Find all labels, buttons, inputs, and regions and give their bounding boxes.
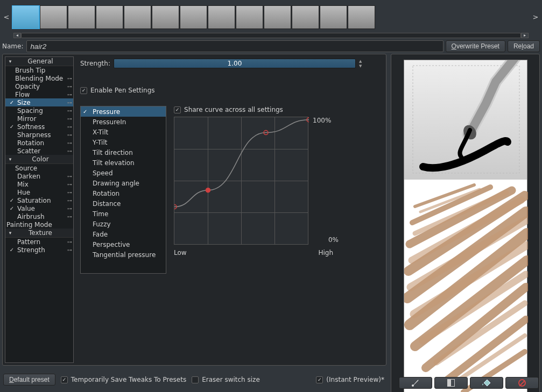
settings-panel: ▾GeneralBrush TipBlending Mode⊶Opacity⊶F… xyxy=(2,54,386,366)
brush-mode-icon-button[interactable] xyxy=(399,377,432,389)
tree-item[interactable]: Mix⊶ xyxy=(5,180,73,188)
brush-tip-preview xyxy=(404,60,528,181)
temp-save-label: Temporarily Save Tweaks To Presets xyxy=(71,376,186,383)
preset-thumb[interactable] xyxy=(68,5,95,29)
instant-preview-checkbox[interactable] xyxy=(316,376,323,383)
preset-thumb[interactable] xyxy=(264,5,291,29)
curve-editor[interactable] xyxy=(174,117,308,245)
tree-item[interactable]: Spacing⊶ xyxy=(5,106,73,115)
sensor-item[interactable]: Distance xyxy=(81,198,166,209)
bucket-icon-button[interactable] xyxy=(470,377,503,389)
preset-thumb[interactable] xyxy=(292,5,319,29)
curve-x-max: High xyxy=(318,249,333,256)
preset-scroll-left[interactable]: ◂ xyxy=(13,33,21,38)
name-label: Name: xyxy=(2,42,23,50)
sensor-item[interactable]: Fade xyxy=(81,229,166,239)
sensor-item[interactable]: PressureIn xyxy=(81,117,166,127)
fill-mode-icon-button[interactable] xyxy=(434,377,468,389)
tree-item[interactable]: Size⊶ xyxy=(5,98,73,106)
curve-y-min: 0% xyxy=(313,236,339,244)
clear-icon-button[interactable] xyxy=(505,377,539,389)
enable-pen-checkbox[interactable] xyxy=(80,87,87,94)
sensor-list: PressurePressureInX-TiltY-TiltTilt direc… xyxy=(80,106,166,274)
curve-y-max: 100% xyxy=(313,117,339,124)
tree-item[interactable]: Airbrush⊶ xyxy=(5,212,73,220)
preset-thumb[interactable] xyxy=(348,5,375,29)
preset-scrollbar[interactable] xyxy=(21,33,521,38)
sensor-item[interactable]: Tilt elevation xyxy=(81,158,166,168)
settings-tree: ▾GeneralBrush TipBlending Mode⊶Opacity⊶F… xyxy=(5,56,74,363)
tree-item[interactable]: Source xyxy=(5,164,73,172)
no-entry-icon xyxy=(518,379,526,387)
tree-section-header[interactable]: ▾General xyxy=(5,57,73,66)
sensor-item[interactable]: Fuzzy xyxy=(81,219,166,229)
sensor-item[interactable]: X-Tilt xyxy=(81,127,166,137)
tree-item[interactable]: Rotation⊶ xyxy=(5,139,73,147)
preset-prev[interactable]: < xyxy=(3,13,10,21)
preset-thumb[interactable] xyxy=(236,5,263,29)
tree-item[interactable]: Mirror⊶ xyxy=(5,115,73,123)
eraser-switch-checkbox[interactable] xyxy=(192,376,199,383)
preset-thumbs xyxy=(12,5,530,29)
sensor-item[interactable]: Speed xyxy=(81,168,166,178)
preset-thumb[interactable] xyxy=(96,5,123,29)
reload-button[interactable]: Reload xyxy=(508,40,540,52)
tree-section-header[interactable]: ▾Color xyxy=(5,155,73,164)
preset-thumb[interactable] xyxy=(12,5,39,29)
brush-preview xyxy=(391,54,540,392)
curve-x-min: Low xyxy=(174,249,187,256)
preset-next[interactable]: > xyxy=(532,13,539,21)
sensor-item[interactable]: Perspective xyxy=(81,239,166,250)
sensor-item[interactable]: Tangential pressure xyxy=(81,250,166,260)
strength-spinner[interactable]: ▲▼ xyxy=(359,59,362,68)
enable-pen-label: Enable Pen Settings xyxy=(90,87,155,94)
half-fill-icon xyxy=(447,379,455,387)
tree-item[interactable]: Scatter⊶ xyxy=(5,147,73,155)
share-curve-label: Share curve across all settings xyxy=(184,106,283,113)
tree-item[interactable]: Pattern⊶ xyxy=(5,238,73,246)
sensor-item[interactable]: Tilt direction xyxy=(81,147,166,158)
default-preset-button[interactable]: Default preset xyxy=(3,374,55,386)
tree-item[interactable]: Softness⊶ xyxy=(5,123,73,131)
tree-item[interactable]: Flow⊶ xyxy=(5,90,73,98)
tree-section-header[interactable]: ▾Texture xyxy=(5,229,73,238)
strength-label: Strength: xyxy=(80,60,110,67)
brush-stroke-preview xyxy=(404,180,528,392)
eraser-switch-label: Eraser switch size xyxy=(202,376,260,383)
sensor-item[interactable]: Y-Tilt xyxy=(81,137,166,147)
preset-thumb[interactable] xyxy=(180,5,207,29)
preset-scroll-right[interactable]: ▸ xyxy=(521,33,529,38)
share-curve-checkbox[interactable] xyxy=(174,106,181,113)
overwrite-button[interactable]: Overwrite Preset xyxy=(446,40,505,52)
temp-save-checkbox[interactable] xyxy=(61,376,68,383)
preset-thumb[interactable] xyxy=(208,5,235,29)
preset-thumb[interactable] xyxy=(124,5,151,29)
strength-slider[interactable]: 1.00 xyxy=(114,59,356,68)
sensor-item[interactable]: Time xyxy=(81,209,166,219)
tree-item[interactable]: Opacity⊶ xyxy=(5,82,73,90)
svg-point-1 xyxy=(206,188,210,193)
instant-preview-label: (Instant Preview)* xyxy=(326,376,384,383)
preset-thumb[interactable] xyxy=(320,5,347,29)
tree-item[interactable]: Value⊶ xyxy=(5,204,73,212)
sensor-item[interactable]: Rotation xyxy=(81,188,166,198)
tree-item[interactable]: Saturation⊶ xyxy=(5,196,73,204)
tree-item[interactable]: Darken⊶ xyxy=(5,172,73,180)
preset-name-input[interactable] xyxy=(26,40,443,52)
tree-item[interactable]: Strength⊶ xyxy=(5,246,73,254)
sensor-item[interactable]: Pressure xyxy=(81,106,166,117)
preset-thumb[interactable] xyxy=(40,5,67,29)
tree-item[interactable]: Hue⊶ xyxy=(5,188,73,196)
tree-item[interactable]: Sharpness⊶ xyxy=(5,131,73,139)
sensor-item[interactable]: Drawing angle xyxy=(81,178,166,188)
svg-point-6 xyxy=(412,384,414,387)
tree-item[interactable]: Blending Mode⊶ xyxy=(5,74,73,82)
tree-item[interactable]: Painting Mode xyxy=(5,220,73,229)
tree-item[interactable]: Brush Tip xyxy=(5,66,73,74)
preset-thumb[interactable] xyxy=(152,5,179,29)
